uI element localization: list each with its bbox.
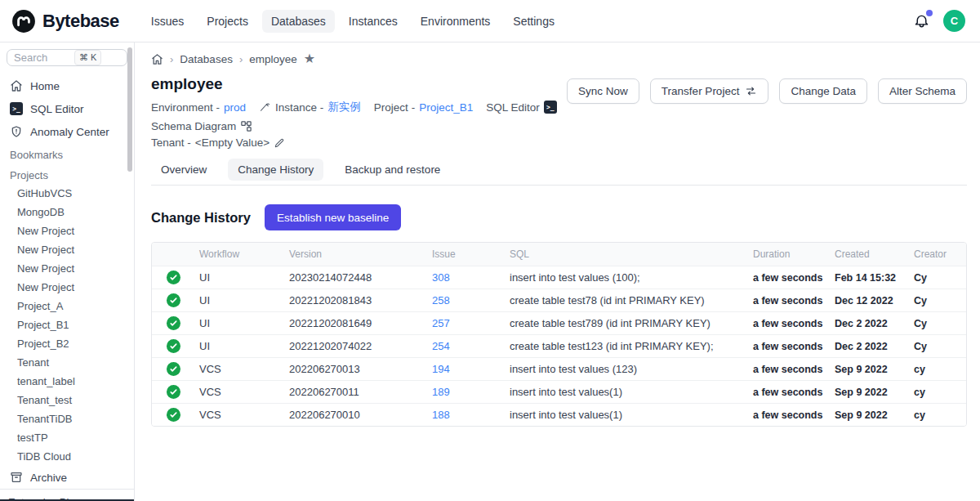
sidebar-project-item[interactable]: Project_B1 (0, 315, 134, 334)
projects-list: GitHubVCSMongoDBNew ProjectNew ProjectNe… (0, 184, 134, 466)
breadcrumb-employee[interactable]: employee (249, 53, 297, 65)
sql-cell: insert into test values(1) (505, 404, 748, 426)
breadcrumb-databases[interactable]: Databases (180, 53, 233, 65)
sql-editor-icon: >_ (10, 102, 23, 115)
sidebar-project-item[interactable]: MongoDB (0, 203, 134, 221)
column-header: Version (284, 243, 427, 266)
issue-cell[interactable]: 189 (427, 381, 505, 403)
tenant-label: Tenant - (151, 136, 191, 149)
breadcrumb-home-icon[interactable] (151, 53, 163, 65)
sidebar-project-item[interactable]: TiDB Cloud (0, 447, 134, 466)
sidebar-scrollbar[interactable] (127, 47, 132, 172)
nav-item-settings[interactable]: Settings (504, 10, 564, 33)
notification-bell-icon[interactable] (913, 12, 930, 29)
schema-diagram-icon[interactable] (240, 120, 252, 132)
version-cell: 202206270013 (284, 358, 427, 380)
table-row: UI20221202074022254create table test123 … (152, 334, 966, 357)
table-row: VCS202206270013194insert into test value… (152, 357, 966, 380)
chevron-right-icon: › (239, 53, 243, 65)
pencil-icon[interactable] (274, 137, 285, 149)
schema-diagram-label: Schema Diagram (151, 120, 236, 132)
issue-cell[interactable]: 254 (427, 335, 505, 357)
sync-now-button[interactable]: Sync Now (567, 78, 639, 104)
sidebar-project-item[interactable]: New Project (0, 278, 134, 297)
issue-cell[interactable]: 308 (427, 266, 505, 289)
nav-item-databases[interactable]: Databases (262, 10, 335, 33)
issue-cell[interactable]: 194 (427, 358, 505, 380)
sidebar-project-item[interactable]: Tenant_test (0, 391, 134, 409)
brand-name: Bytebase (42, 11, 119, 32)
sql-editor-icon[interactable]: >_ (544, 101, 557, 114)
search-input[interactable] (14, 51, 71, 64)
tab-change-history[interactable]: Change History (228, 159, 323, 181)
status-cell (152, 312, 194, 334)
table-header: WorkflowVersionIssueSQLDurationCreatedCr… (152, 243, 966, 266)
nav-item-environments[interactable]: Environments (412, 10, 500, 33)
search-box[interactable]: ⌘ K (7, 49, 127, 66)
shield-icon (10, 125, 23, 138)
avatar[interactable]: C (943, 10, 965, 32)
version-cell: 202206270010 (284, 404, 427, 426)
status-cell (152, 358, 194, 380)
establish-baseline-button[interactable]: Establish new baseline (265, 204, 401, 230)
sql-cell: create table test123 (id int PRIMARY KEY… (505, 335, 748, 357)
search-shortcut-kbd: ⌘ K (74, 50, 101, 65)
table-row: UI20221202081843258create table test78 (… (152, 289, 966, 311)
sidebar-project-item[interactable]: New Project (0, 259, 134, 278)
environment-link[interactable]: prod (224, 101, 246, 114)
nav-item-issues[interactable]: Issues (142, 10, 193, 33)
tab-bar: OverviewChange HistoryBackup and restore (151, 159, 967, 186)
breadcrumb: › Databases › employee ★ (151, 52, 967, 65)
table-row: UI20221202081649257create table test789 … (152, 311, 966, 334)
main-nav: IssuesProjectsDatabasesInstancesEnvironm… (142, 10, 564, 33)
projects-section-label: Projects (0, 163, 134, 184)
instance-link[interactable]: 新实例 (327, 100, 361, 114)
tenant-meta: Tenant - <Empty Value> (151, 136, 567, 149)
sidebar-item-archive[interactable]: Archive (0, 466, 134, 489)
action-buttons: Sync Now Transfer Project Change Data Al… (567, 78, 967, 104)
sidebar-project-item[interactable]: Tenant (0, 353, 134, 372)
tab-backup-and-restore[interactable]: Backup and restore (335, 159, 450, 181)
project-link[interactable]: Project_B1 (419, 101, 473, 114)
sidebar-project-item[interactable]: tenant_label (0, 372, 134, 391)
creator-cell: Cy (909, 267, 966, 289)
column-header: Workflow (194, 243, 284, 266)
created-cell: Sep 9 2022 (830, 382, 909, 403)
sidebar-item-label: Archive (30, 472, 67, 484)
brand[interactable]: Bytebase (11, 9, 119, 34)
sidebar-project-item[interactable]: GitHubVCS (0, 184, 134, 203)
workflow-cell: UI (194, 312, 284, 334)
section-title: Change History (151, 210, 251, 226)
sidebar-item-anomaly-center[interactable]: Anomaly Center (0, 120, 134, 143)
sidebar-project-item[interactable]: New Project (0, 221, 134, 240)
nav-item-projects[interactable]: Projects (198, 10, 257, 33)
created-cell: Sep 9 2022 (830, 359, 909, 380)
issue-cell[interactable]: 257 (427, 312, 505, 334)
database-meta: Environment - prod Instance - 新实例 Projec… (151, 100, 567, 132)
nav-item-instances[interactable]: Instances (340, 10, 407, 33)
tab-overview[interactable]: Overview (151, 159, 216, 181)
check-icon (167, 362, 180, 376)
change-data-button[interactable]: Change Data (779, 78, 867, 104)
sidebar-project-item[interactable]: Project_A (0, 297, 134, 315)
page-header: employee Environment - prod Instance - 新… (151, 65, 967, 149)
chevron-right-icon: › (170, 53, 173, 65)
column-header (152, 250, 194, 258)
sidebar-project-item[interactable]: TenantTiDB (0, 409, 134, 428)
bookmark-star-icon[interactable]: ★ (304, 52, 315, 65)
sidebar-item-sql-editor[interactable]: >_ SQL Editor (0, 97, 134, 120)
sidebar-project-item[interactable]: New Project (0, 240, 134, 259)
transfer-project-button[interactable]: Transfer Project (650, 78, 769, 104)
duration-cell: a few seconds (748, 382, 830, 403)
sidebar-project-item[interactable]: Project_B2 (0, 334, 134, 353)
issue-cell[interactable]: 258 (427, 289, 505, 311)
status-cell (152, 335, 194, 357)
duration-cell: a few seconds (748, 290, 830, 311)
creator-cell: cy (909, 359, 966, 380)
alter-schema-button[interactable]: Alter Schema (878, 78, 967, 104)
sidebar-project-item[interactable]: testTP (0, 428, 134, 447)
duration-cell: a few seconds (748, 313, 830, 334)
issue-cell[interactable]: 188 (427, 404, 505, 426)
transfer-icon (745, 85, 757, 97)
sidebar-item-home[interactable]: Home (0, 74, 134, 97)
